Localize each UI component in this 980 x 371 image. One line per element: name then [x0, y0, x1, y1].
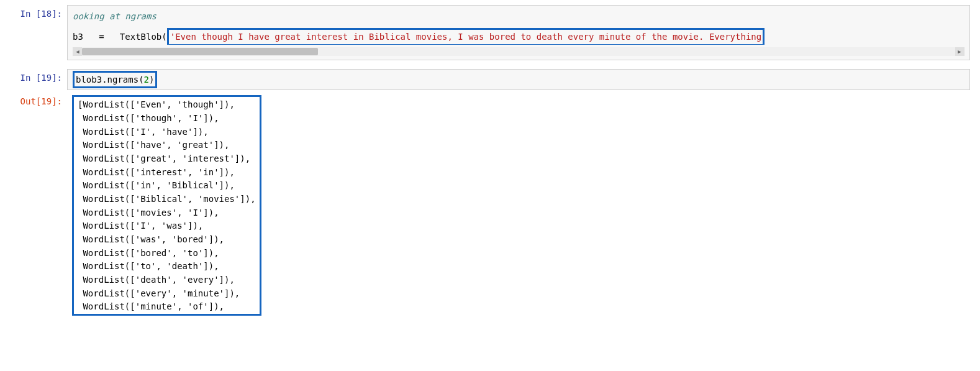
comment-fragment: ooking at ngrams [73, 11, 157, 21]
scroll-right-arrow[interactable]: ▶ [955, 47, 964, 56]
code-line-18b: b3 = TextBlob('Even though I have great … [73, 29, 964, 44]
highlight-string-literal: 'Even though I have great interest in Bi… [167, 28, 764, 44]
prompt-out-19: Out[19]: [0, 93, 67, 109]
cell-output-19: Out[19]: [WordList(['Even', 'though']), … [0, 93, 980, 318]
scroll-track[interactable] [82, 47, 955, 56]
highlight-ngrams-call: blob3.ngrams(2) [73, 71, 157, 88]
cell-input-19: In [19]: blob3.ngrams(2) [0, 69, 980, 90]
highlight-output-wordlists: [WordList(['Even', 'though']), WordList(… [72, 95, 261, 316]
code-input-18[interactable]: ooking at ngrams b3 = TextBlob('Even tho… [67, 5, 970, 60]
code-line-19: blob3.ngrams(2) [73, 72, 964, 87]
code-input-19[interactable]: blob3.ngrams(2) [67, 69, 970, 90]
horizontal-scrollbar[interactable]: ◀ ▶ [73, 47, 964, 56]
output-area-19: [WordList(['Even', 'though']), WordList(… [67, 93, 970, 318]
prompt-in-18: In [18]: [0, 5, 67, 21]
prompt-in-19: In [19]: [0, 69, 67, 85]
scroll-left-arrow[interactable]: ◀ [73, 47, 82, 56]
scroll-thumb[interactable] [82, 48, 318, 55]
code-line-18a: ooking at ngrams [73, 9, 964, 23]
cell-input-18: In [18]: ooking at ngrams b3 = TextBlob(… [0, 5, 980, 60]
output-text-19: [WordList(['Even', 'though']), WordList(… [78, 98, 256, 314]
